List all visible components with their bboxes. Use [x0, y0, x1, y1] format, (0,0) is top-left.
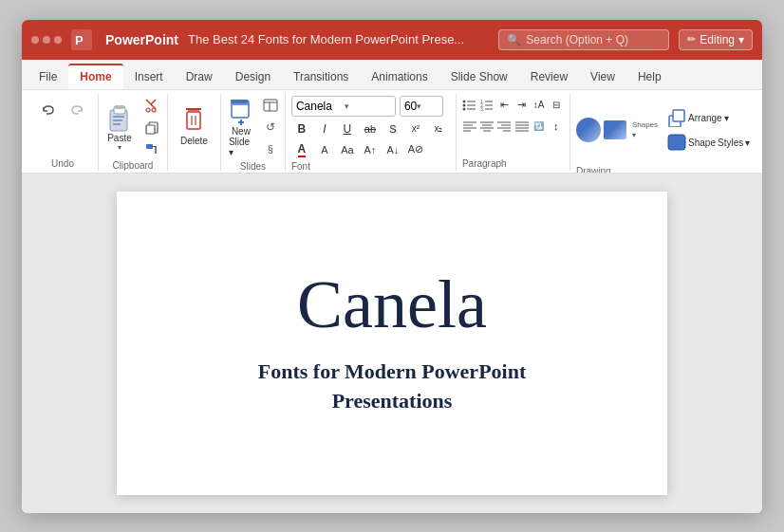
align-right-button[interactable]: [496, 117, 512, 136]
line-spacing-button[interactable]: ↕: [549, 117, 564, 136]
italic-button[interactable]: I: [314, 119, 335, 138]
clear-format-button[interactable]: A⊘: [405, 140, 426, 159]
undo-buttons: [35, 98, 90, 124]
arrange-icon: [667, 108, 686, 127]
tab-view[interactable]: View: [579, 65, 626, 89]
font-selector-row: Canela ▾ 60 ▾: [291, 96, 450, 117]
tab-help[interactable]: Help: [626, 65, 673, 89]
decrease-indent-button[interactable]: ⇤: [496, 96, 512, 115]
font-dropdown-icon: ▾: [345, 101, 391, 111]
slides-group-label: Slides: [240, 159, 266, 172]
tab-file[interactable]: File: [28, 65, 68, 89]
shapes-dropdown[interactable]: Shapes ▾: [629, 119, 661, 141]
slide-subtitle-line2: Presentations: [332, 389, 453, 413]
shape-rect-item[interactable]: [604, 120, 626, 139]
strikethrough-button[interactable]: ab: [360, 119, 381, 138]
shape-styles-icon: [667, 134, 686, 151]
justify-icon: [515, 120, 529, 132]
svg-rect-13: [146, 125, 155, 134]
font-name-selector[interactable]: Canela ▾: [291, 96, 396, 117]
text-direction-button[interactable]: ↕A: [532, 96, 547, 115]
numbering-icon: 1. 2. 3.: [479, 99, 495, 112]
shadow-button[interactable]: S: [383, 119, 403, 138]
tab-design[interactable]: Design: [224, 65, 282, 89]
svg-rect-7: [113, 123, 121, 125]
svg-rect-24: [231, 100, 248, 103]
search-input[interactable]: [526, 33, 659, 46]
editing-button[interactable]: ✏ Editing ▾: [679, 29, 753, 50]
chevron-down-icon: ▾: [738, 33, 744, 46]
align-center-button[interactable]: [479, 117, 495, 136]
window-controls: [31, 36, 62, 44]
new-slide-label: New: [232, 126, 251, 137]
paragraph-group-label: Paragraph: [462, 156, 564, 169]
decrease-font-button[interactable]: A↓: [383, 140, 403, 159]
svg-text:P: P: [75, 33, 84, 47]
dot-2: [43, 36, 50, 44]
delete-icon: [184, 107, 203, 134]
undo-button[interactable]: [35, 98, 62, 124]
slide-subtitle-line1: Fonts for Modern PowerPoint: [258, 359, 527, 383]
align-right-icon: [497, 120, 511, 132]
font-size-selector[interactable]: 60 ▾: [400, 96, 443, 117]
increase-font-button[interactable]: A↑: [360, 140, 381, 159]
slide-subtitle: Fonts for Modern PowerPoint Presentation…: [258, 358, 527, 416]
font-extra-row: A A Aa A↑ A↓ A⊘: [291, 140, 450, 159]
svg-point-30: [462, 100, 465, 102]
drawing-group-label: Drawing: [576, 164, 762, 174]
drawing-top-row: Shapes ▾ Arrange ▾: [576, 96, 762, 164]
increase-indent-button[interactable]: ⇥: [513, 96, 529, 115]
superscript-button[interactable]: x²: [405, 119, 426, 138]
case-button[interactable]: Aa: [337, 140, 358, 159]
doc-title: The Best 24 Fonts for Modern PowerPoint …: [188, 32, 489, 46]
search-bar[interactable]: 🔍: [498, 29, 669, 50]
font-format-row: B I U ab S x² x₂: [291, 119, 450, 138]
align-center-icon: [480, 120, 494, 132]
highlight-button[interactable]: A: [314, 140, 335, 159]
cut-button[interactable]: [140, 96, 163, 115]
arrange-button[interactable]: Arrange ▾: [664, 106, 753, 129]
underline-button[interactable]: U: [337, 119, 358, 138]
svg-text:3.: 3.: [480, 106, 484, 112]
section-button[interactable]: §: [260, 139, 281, 158]
text-box-direction-button[interactable]: 🔃: [532, 117, 547, 136]
align-left-button[interactable]: [462, 117, 477, 136]
font-size-value: 60: [404, 100, 417, 113]
dot-1: [31, 36, 39, 44]
font-group-label: Font: [291, 159, 450, 172]
layout-button[interactable]: [260, 96, 281, 115]
delete-button[interactable]: Delete: [176, 104, 213, 149]
bold-button[interactable]: B: [291, 119, 312, 138]
format-painter-button[interactable]: [140, 139, 163, 158]
justify-button[interactable]: [513, 117, 529, 136]
tab-home[interactable]: Home: [68, 64, 122, 89]
redo-icon: [68, 102, 85, 119]
paste-button[interactable]: Paste ▾: [103, 101, 137, 154]
numbering-button[interactable]: 1. 2. 3.: [479, 96, 495, 115]
tab-slideshow[interactable]: Slide Show: [439, 65, 519, 89]
redo-button[interactable]: [64, 98, 90, 124]
slide-area: Canela Fonts for Modern PowerPoint Prese…: [22, 174, 762, 513]
shape-fill-button[interactable]: Shape Fill ▾: [760, 96, 762, 119]
copy-button[interactable]: [140, 118, 163, 137]
font-color-button[interactable]: A: [291, 140, 312, 159]
shape-styles-button[interactable]: Shape Styles ▾: [664, 132, 753, 153]
delete-group: Delete Delete: [168, 94, 221, 171]
new-slide-button[interactable]: New Slide ▾: [225, 96, 257, 159]
reset-button[interactable]: ↺: [260, 118, 281, 137]
subscript-button[interactable]: x₂: [428, 119, 449, 138]
bullets-icon: [462, 99, 477, 112]
tab-review[interactable]: Review: [519, 65, 579, 89]
columns-button[interactable]: ⊟: [549, 96, 564, 115]
shapes-row-1: Shapes ▾: [576, 118, 661, 142]
bullets-button[interactable]: [462, 96, 477, 115]
tab-draw[interactable]: Draw: [175, 65, 224, 89]
clipboard-small-group: [140, 96, 163, 158]
tab-animations[interactable]: Animations: [360, 65, 439, 89]
duplicate-button[interactable]: Duplicate: [760, 149, 762, 164]
tab-transitions[interactable]: Transitions: [282, 65, 360, 89]
tab-insert[interactable]: Insert: [123, 65, 175, 89]
slide-title: Canela: [297, 270, 487, 339]
shape-circle-item[interactable]: [576, 118, 601, 142]
shape-outline-button[interactable]: Shape Outline ▾: [760, 122, 762, 145]
